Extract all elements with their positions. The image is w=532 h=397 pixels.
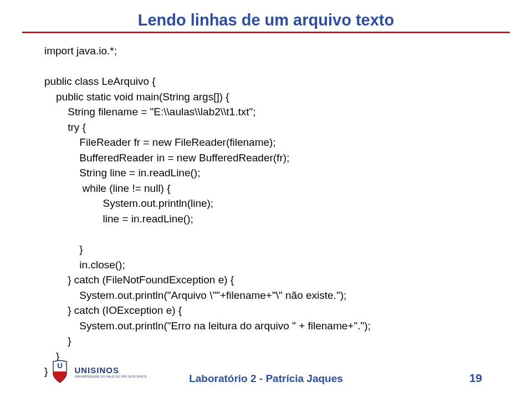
code-line: public static void main(String args[]) { — [44, 91, 229, 103]
code-line: } — [44, 335, 71, 347]
code-line: System.out.println(line); — [44, 197, 213, 209]
code-line: try { — [44, 121, 86, 133]
code-line: System.out.println("Arquivo \""+filename… — [44, 289, 346, 301]
code-line: } catch (FileNotFoundException e) { — [44, 274, 234, 286]
code-line: public class LeArquivo { — [44, 75, 156, 87]
footer-text: Laboratório 2 - Patrícia Jaques — [189, 373, 343, 385]
code-line: while (line != null) { — [44, 182, 171, 194]
code-line: line = in.readLine(); — [44, 213, 193, 225]
code-block: import java.io.*; public class LeArquivo… — [44, 43, 488, 379]
code-line: } — [44, 243, 83, 255]
code-line: String line = in.readLine(); — [44, 167, 200, 179]
svg-text:U: U — [57, 362, 62, 370]
slide-title: Lendo linhas de um arquivo texto — [44, 11, 488, 29]
code-line: } catch (IOException e) { — [44, 304, 182, 316]
code-line: BufferedReader in = new BufferedReader(f… — [44, 152, 289, 164]
code-line: FileReader fr = new FileReader(filename)… — [44, 136, 276, 148]
page-number: 19 — [469, 371, 482, 385]
code-line: System.out.println("Erro na leitura do a… — [44, 320, 371, 332]
code-line: in.close(); — [44, 259, 125, 271]
title-underline — [22, 32, 510, 33]
code-line: import java.io.*; — [44, 45, 117, 57]
code-line: String filename = "E:\\aulas\\lab2\\t1.t… — [44, 106, 256, 118]
